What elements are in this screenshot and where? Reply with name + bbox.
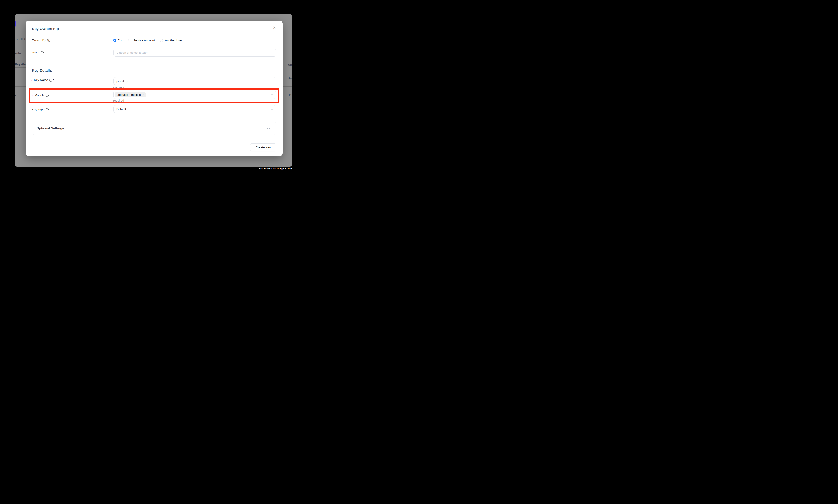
chevron-down-icon[interactable] [271,94,273,95]
label-colon: : [53,78,54,82]
info-icon[interactable]: i [46,108,49,111]
radio-label: Service Account [133,39,155,42]
key-name-value: prod-key [117,79,128,83]
team-select-placeholder: Search or select a team [117,51,148,54]
info-icon[interactable]: i [41,51,43,54]
watermark-text: Screenshot by Xnapper.com [259,167,292,170]
create-key-modal: Key Ownership × Owned By i : You Service… [25,21,283,156]
team-label-text: Team [32,51,39,54]
optional-settings-label: Optional Settings [36,126,64,130]
create-new-key-button-fragment[interactable] [15,21,16,27]
models-label-text: Models [35,93,44,97]
team-label: Team i : [32,51,45,54]
key-alias-column-header-fragment: Key Alia [15,62,26,66]
key-name-input[interactable]: prod-key [113,77,276,85]
results-count-fragment: sults [15,52,22,55]
key-type-select[interactable]: Default [113,105,276,113]
required-asterisk: * [31,79,32,82]
radio-option-service-account[interactable]: Service Account [128,39,155,42]
chevron-down-icon[interactable] [271,108,273,110]
models-required-hint: required [113,99,124,102]
divider [15,42,26,43]
key-name-required-hint: required [113,86,124,90]
table-cell-date-fragment: 11/ [288,94,292,97]
required-asterisk: * [32,94,33,97]
screenshot-canvas: eset Filt sults Key Alia - - Up 11/ 11/ … [0,0,306,184]
radio-label: Another User [165,39,182,42]
radio-unselected-icon[interactable] [128,39,131,42]
table-cell-dash: - [15,74,16,77]
key-name-label-text: Key Name [34,78,48,82]
radio-label: You [118,39,123,42]
owned-by-radio-group: You Service Account Another User [113,39,183,42]
key-name-label: * Key Name i : [31,78,54,82]
radio-option-you[interactable]: You [113,39,123,42]
info-icon[interactable]: i [47,39,50,42]
radio-selected-icon[interactable] [113,39,117,42]
table-cell-dash: - [15,93,16,97]
radio-option-another-user[interactable]: Another User [160,39,182,42]
key-type-label-text: Key Type [32,108,44,111]
table-cell-date-fragment: 11/ [288,76,292,79]
radio-unselected-icon[interactable] [160,39,163,42]
label-colon: : [51,38,52,42]
section-title-key-ownership: Key Ownership [32,27,59,31]
info-icon[interactable]: i [49,79,52,82]
remove-tag-icon[interactable]: × [142,93,144,96]
updated-column-header-fragment: Up [288,63,292,66]
label-colon: : [49,93,50,97]
models-label: * Models i : [32,93,50,97]
label-colon: : [49,108,50,111]
selected-model-tag: production-models × [114,92,146,97]
create-key-button-label: Create Key [255,146,271,149]
models-multiselect[interactable]: production-models × [113,91,276,99]
model-tag-label: production-models [117,93,141,96]
chevron-down-icon[interactable] [267,128,270,129]
reset-filters-button-fragment[interactable]: eset Filt [15,37,25,41]
divider [15,67,26,68]
section-title-key-details: Key Details [32,69,52,73]
optional-settings-panel[interactable]: Optional Settings [32,122,276,135]
team-select[interactable]: Search or select a team [113,49,276,57]
key-type-value: Default [117,107,126,111]
owned-by-label-text: Owned By [32,38,46,42]
label-colon: : [44,51,45,54]
owned-by-label: Owned By i : [32,38,52,42]
key-type-label: Key Type i : [32,108,50,111]
chevron-down-icon[interactable] [271,52,273,53]
info-icon[interactable]: i [46,94,49,97]
close-icon[interactable]: × [273,25,276,30]
create-key-button[interactable]: Create Key [250,143,276,151]
